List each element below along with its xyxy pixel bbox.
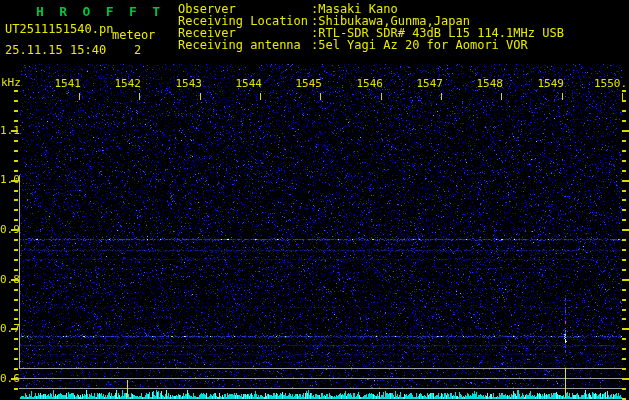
info-label: Receiving antenna xyxy=(178,39,301,51)
echo-count: 2 xyxy=(134,44,141,56)
filename: UT2511151540.pn xyxy=(5,23,113,35)
y-axis-label: 1.1 xyxy=(0,125,18,136)
x-axis-label: 1548 xyxy=(473,78,503,89)
app-title: H R O F F T xyxy=(36,4,164,19)
hrofft-screen: H R O F F T UT2511151540.pn meteor 25.11… xyxy=(0,0,629,400)
x-axis-label: 1542 xyxy=(111,78,141,89)
y-axis-label: 0.9 xyxy=(0,224,18,235)
x-axis-label: 1544 xyxy=(232,78,262,89)
x-axis-label: 1549 xyxy=(534,78,564,89)
x-axis-label: 1550. xyxy=(594,78,624,89)
y-axis-label: 0.8 xyxy=(0,274,18,285)
x-axis-label: 1545 xyxy=(292,78,322,89)
spectrogram-canvas xyxy=(0,0,629,400)
x-axis-label: 1543 xyxy=(172,78,202,89)
y-axis-unit: kHz xyxy=(1,77,21,88)
info-value: :5el Yagi Az 20 for Aomori VOR xyxy=(311,39,528,51)
filename-meteor-overlay: meteor xyxy=(112,29,155,41)
datetime: 25.11.15 15:40 xyxy=(5,44,106,56)
x-axis-label: 1547 xyxy=(413,78,443,89)
y-axis-label: 0.6 xyxy=(0,373,18,384)
y-axis-label: 0.7 xyxy=(0,323,18,334)
x-axis-label: 1546 xyxy=(353,78,383,89)
x-axis-label: 1541 xyxy=(51,78,81,89)
y-axis-label: 1.0 xyxy=(0,174,18,185)
